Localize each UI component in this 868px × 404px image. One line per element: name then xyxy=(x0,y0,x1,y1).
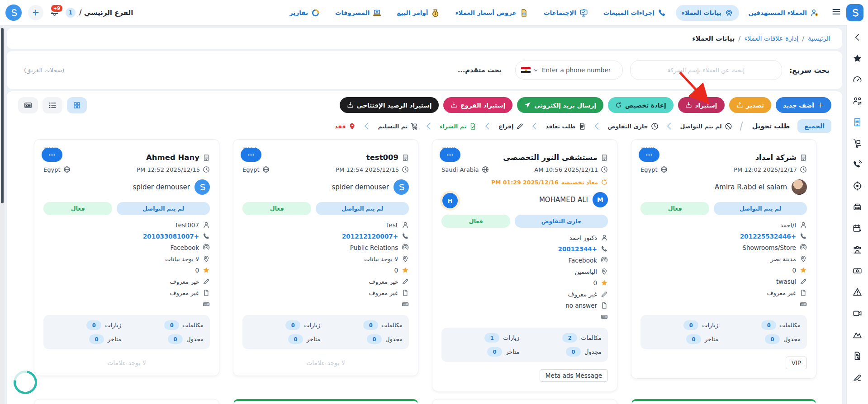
sidebar-telephony-button[interactable] xyxy=(853,202,862,212)
customer-card[interactable]: 3228شركة امدادPM 12:02 2025/12/17EgyptAm… xyxy=(631,139,816,379)
stage-delivered[interactable]: تم التسليم xyxy=(378,122,418,130)
sidebar-video-calls-button[interactable] xyxy=(853,309,862,318)
stage-lost[interactable]: فقد xyxy=(335,122,356,130)
card-view-button[interactable] xyxy=(18,97,38,113)
detail-row-phone[interactable]: +201033081007 xyxy=(43,232,210,240)
user-avatar[interactable] xyxy=(5,5,22,21)
sidebar-events-button[interactable] xyxy=(853,224,862,233)
nav-item-sales-actions[interactable]: إجراءات المبيعات xyxy=(598,5,672,21)
card-tag[interactable]: VIP xyxy=(786,357,807,369)
card-title[interactable]: Ahmed Hany xyxy=(43,153,210,162)
location-pin-icon xyxy=(402,255,409,263)
list-view-button[interactable] xyxy=(43,97,62,113)
phone-search-field[interactable] xyxy=(515,61,623,80)
stage-negotiating[interactable]: جارى التفاوض xyxy=(608,122,659,130)
reassign-button[interactable]: إعادة تخصيص xyxy=(608,97,674,113)
customer-card[interactable]: 3225TAHA BASEMPM 03:39 2025/12/14 xyxy=(631,399,816,404)
pipeline-all[interactable]: الجميع xyxy=(797,119,831,133)
customer-card[interactable]: 3226Ahmed HanyPM 12:52 2025/12/15Egyptsp… xyxy=(34,139,219,376)
status-badge[interactable]: فعال xyxy=(242,202,311,215)
stat-value: 0 xyxy=(765,334,780,344)
stat-value: 0 xyxy=(761,320,776,330)
card-owner[interactable]: MMOHAMED ALI xyxy=(441,192,608,207)
detail-row-phone[interactable]: +201225532446 xyxy=(640,232,807,240)
sidebar-team-meetings-button[interactable] xyxy=(853,245,862,254)
status-badge[interactable]: فعال xyxy=(441,215,510,228)
nav-item-expenses[interactable]: المصروفات xyxy=(329,5,387,21)
card-title[interactable]: مستشفى النور التخصصى xyxy=(441,153,608,162)
customer-card[interactable]: 3223NA 424PM 05:40 2025/12/13 xyxy=(233,399,418,404)
status-badge[interactable]: فعال xyxy=(43,202,112,215)
sidebar-contracts-button[interactable] xyxy=(853,372,862,382)
card-owner[interactable]: Amira R.abd el salam xyxy=(640,179,807,195)
stage-no-contact[interactable]: لم يتم التواصل xyxy=(680,122,732,130)
nav-item-customer-data[interactable]: بيانات العملاء xyxy=(676,5,739,21)
scrollbar-thumb[interactable] xyxy=(1,28,4,203)
branch-selector[interactable]: الفرع الرئيسي / 1 xyxy=(66,8,133,18)
sidebar-payments-button[interactable] xyxy=(853,266,862,276)
breadcrumb-crm[interactable]: إدارة علاقات العملاء xyxy=(744,35,798,42)
sidebar-customer-transfer-button[interactable] xyxy=(853,96,862,106)
stage-contract-request[interactable]: طلب تعاقد xyxy=(545,122,586,130)
nav-item-reports[interactable]: تقارير xyxy=(284,5,326,21)
contact-person-icon xyxy=(402,221,409,229)
pipeline-transfer-request[interactable]: طلب تحويل xyxy=(752,122,790,130)
send-email-button[interactable]: إرسال بريد إلكترونى xyxy=(517,97,603,113)
notifications-button[interactable]: +9 xyxy=(50,7,59,19)
phone-search-input[interactable] xyxy=(541,66,617,74)
brand-logo[interactable] xyxy=(846,4,863,21)
sidebar-calls-button[interactable] xyxy=(853,160,862,169)
sidebar-invoices-button[interactable] xyxy=(853,351,862,361)
stage-badge[interactable]: لم يتم التواصل xyxy=(714,202,807,215)
sidebar-goals-button[interactable] xyxy=(853,330,862,339)
export-button[interactable]: تصدير xyxy=(729,97,772,113)
import-opening-balance-button[interactable]: إستيراد الرصيد الإفتتاحى xyxy=(340,97,439,113)
stage-badge[interactable]: جارى التفاوض xyxy=(515,215,608,228)
status-badge[interactable]: فعال xyxy=(640,202,709,215)
grid-view-button[interactable] xyxy=(67,97,87,113)
card-actions-button[interactable] xyxy=(440,148,460,162)
nav-item-meetings[interactable]: الإجتماعات xyxy=(538,5,594,21)
card-actions-button[interactable] xyxy=(241,148,261,162)
sidebar-shipments-button[interactable] xyxy=(853,139,862,148)
nav-item-targeted-customers[interactable]: العملاء المستهدفين xyxy=(743,5,825,21)
import-button[interactable]: إستيراد xyxy=(678,97,725,113)
stage-purchased[interactable]: تم الشراء xyxy=(440,122,477,130)
detail-row-phone[interactable]: +201212120007 xyxy=(242,232,409,240)
sidebar-dashboard-button[interactable] xyxy=(853,75,862,85)
customer-card[interactable]: 3222محمد السيد محمود 2PM 05:32 2025/12/1… xyxy=(34,399,219,404)
customer-card[interactable]: 3218مستشفى النور التخصصىAM 10:56 2025/12… xyxy=(432,139,617,391)
sidebar-collapse-button[interactable] xyxy=(853,33,862,42)
card-owner[interactable]: spider demouser xyxy=(242,179,409,195)
company-search-input[interactable] xyxy=(630,60,782,80)
card-owner[interactable]: spider demouser xyxy=(43,179,210,195)
nav-item-sale-orders[interactable]: أوامر البيع xyxy=(391,5,446,21)
customer-card[interactable]: 3227test009PM 12:54 2025/12/15Egyptspide… xyxy=(233,139,418,376)
contact-avatar[interactable]: H xyxy=(442,193,458,208)
sidebar-alerts-button[interactable] xyxy=(853,287,862,297)
import-branches-button[interactable]: إستيراد الفروع xyxy=(443,97,512,113)
card-title[interactable]: test009 xyxy=(242,153,409,162)
quick-add-button[interactable] xyxy=(28,5,43,20)
stage-badge[interactable]: لم يتم التواصل xyxy=(316,202,409,215)
stage-vacate[interactable]: إفراغ xyxy=(498,122,524,130)
card-title[interactable]: شركة امداد xyxy=(640,153,807,162)
branch-label: الفرع الرئيسي / xyxy=(79,9,133,17)
stage-badge[interactable]: لم يتم التواصل xyxy=(117,202,210,215)
breadcrumb-home[interactable]: الرئيسية xyxy=(808,35,830,42)
sidebar-targets-button[interactable] xyxy=(853,181,862,191)
page-scrollbar[interactable] xyxy=(0,25,5,404)
nav-item-customer-quotes[interactable]: عروض أسعار العملاء xyxy=(449,5,534,21)
contact-person-icon xyxy=(203,221,210,229)
chevron-down-icon[interactable] xyxy=(533,66,538,75)
add-new-button[interactable]: أضف جديد xyxy=(776,97,831,113)
card-actions-button[interactable] xyxy=(639,148,659,162)
detail-row-phone[interactable]: +20012344 xyxy=(441,245,608,253)
sidebar-companies-button[interactable] xyxy=(853,117,862,127)
menu-icon[interactable] xyxy=(832,7,841,18)
sidebar-favorites-button[interactable] xyxy=(853,54,862,63)
card-tag[interactable]: Meta ads Message xyxy=(540,369,608,382)
card-actions-button[interactable] xyxy=(42,148,62,162)
advanced-search-toggle[interactable]: بحث متقدم... xyxy=(454,66,502,74)
customer-card[interactable]: 3224NA 441PM 02:20 2025/12/14 xyxy=(432,399,617,404)
